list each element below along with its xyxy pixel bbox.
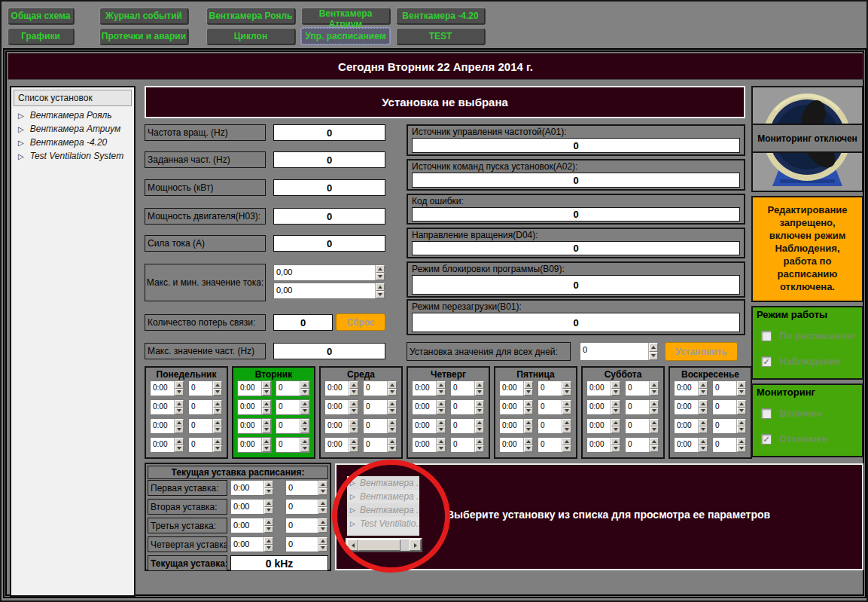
spin-down-button[interactable] <box>562 408 571 415</box>
spin-down-button[interactable] <box>300 426 309 434</box>
spin-up-button[interactable] <box>213 438 222 445</box>
schedule-value-spinbox[interactable]: 0 <box>625 399 659 415</box>
setpoint-time-spinbox[interactable]: 0:00 <box>230 480 274 496</box>
toolbar-button-row1-4[interactable]: Венткамера -4.20 <box>396 8 485 24</box>
schedule-value-spinbox[interactable]: 0 <box>450 399 485 415</box>
schedule-time-spinbox-value[interactable]: 0:00 <box>675 419 698 433</box>
schedule-time-spinbox-value[interactable]: 0:00 <box>238 438 261 452</box>
spin-up-button[interactable] <box>318 481 327 488</box>
schedule-value-spinbox[interactable]: 0 <box>188 399 223 415</box>
spin-down-button[interactable] <box>175 445 184 453</box>
spin-down-button[interactable] <box>737 389 746 396</box>
spin-down-button[interactable] <box>437 445 446 453</box>
schedule-value-spinbox-value[interactable]: 0 <box>364 381 387 396</box>
schedule-time-spinbox[interactable]: 0:00 <box>324 418 359 434</box>
mini-list-item[interactable]: ▷Венткамера ... <box>347 490 419 503</box>
spin-down-button[interactable] <box>699 426 708 434</box>
spin-up-button[interactable] <box>562 400 571 408</box>
spin-up-button[interactable] <box>300 438 309 445</box>
schedule-value-spinbox-value[interactable]: 0 <box>189 419 212 433</box>
setpoint-value-spinbox[interactable]: 0 <box>285 499 328 515</box>
option-row[interactable]: ✓Отключен <box>757 433 858 445</box>
spin-down-button[interactable] <box>175 426 184 434</box>
schedule-time-spinbox[interactable]: 0:00 <box>499 437 534 453</box>
schedule-time-spinbox[interactable]: 0:00 <box>412 399 446 415</box>
spin-down-button[interactable] <box>213 389 222 396</box>
schedule-value-spinbox[interactable]: 0 <box>188 418 223 434</box>
schedule-value-spinbox[interactable]: 0 <box>276 418 310 434</box>
spin-down-button[interactable] <box>264 507 273 515</box>
spin-up-button[interactable] <box>562 438 571 445</box>
spin-down-button[interactable] <box>388 445 397 453</box>
spin-down-button[interactable] <box>213 426 222 434</box>
spin-down-button[interactable] <box>562 389 571 396</box>
spin-up-button[interactable] <box>349 381 358 389</box>
spin-up-button[interactable] <box>737 438 746 445</box>
spin-up-button[interactable] <box>300 400 309 408</box>
schedule-time-spinbox-value[interactable]: 0:00 <box>587 381 611 396</box>
spin-up-button[interactable] <box>262 438 271 445</box>
spin-down-button[interactable] <box>300 445 309 453</box>
schedule-value-spinbox[interactable]: 0 <box>712 437 747 453</box>
schedule-value-spinbox[interactable]: 0 <box>625 437 659 453</box>
spin-down-button[interactable] <box>737 426 746 434</box>
max-current-spinbox[interactable]: 0,00 <box>273 264 385 281</box>
schedule-time-spinbox[interactable]: 0:00 <box>499 380 534 396</box>
expand-triangle-icon[interactable]: ▷ <box>350 520 355 527</box>
spin-up-button[interactable] <box>437 438 446 445</box>
toolbar-button-row2-1[interactable]: Протечки и аварии <box>99 28 188 44</box>
schedule-value-spinbox-value[interactable]: 0 <box>189 438 212 452</box>
spin-up-button[interactable] <box>524 400 533 408</box>
spin-down-button[interactable] <box>262 389 271 396</box>
spin-up-button[interactable] <box>349 438 358 445</box>
option-row[interactable]: Включен <box>757 408 858 419</box>
schedule-time-spinbox-value[interactable]: 0:00 <box>151 381 174 396</box>
spin-down-button[interactable] <box>611 426 620 434</box>
spin-up-button[interactable] <box>264 537 273 545</box>
spin-up-button[interactable] <box>699 381 708 389</box>
toolbar-button-row1-2[interactable]: Венткамера Рояль <box>206 8 295 24</box>
schedule-value-spinbox-value[interactable]: 0 <box>276 400 300 414</box>
schedule-time-spinbox-value[interactable]: 0:00 <box>325 400 349 414</box>
schedule-time-spinbox[interactable]: 0:00 <box>499 399 534 415</box>
schedule-value-spinbox-value[interactable]: 0 <box>538 381 562 396</box>
spin-up-button[interactable] <box>349 419 358 426</box>
scroll-track[interactable] <box>400 539 410 551</box>
schedule-value-spinbox-value[interactable]: 0 <box>451 438 474 452</box>
spin-up-button[interactable] <box>175 400 184 408</box>
setpoint-value-spinbox[interactable]: 0 <box>285 536 328 552</box>
spin-down-button[interactable] <box>213 408 222 415</box>
schedule-time-spinbox-value[interactable]: 0:00 <box>500 400 523 414</box>
schedule-value-spinbox[interactable]: 0 <box>712 380 747 396</box>
schedule-value-spinbox[interactable]: 0 <box>276 437 310 453</box>
setpoint-value-spinbox-value[interactable]: 0 <box>286 481 318 495</box>
checkbox-checked[interactable]: ✓ <box>761 434 772 445</box>
spin-up-button[interactable] <box>650 381 659 389</box>
spin-down-button[interactable] <box>349 408 358 415</box>
schedule-value-spinbox-value[interactable]: 0 <box>713 400 736 414</box>
spin-down-button[interactable] <box>649 352 658 361</box>
schedule-time-spinbox[interactable]: 0:00 <box>586 380 621 396</box>
toolbar-button-row2-4[interactable]: TEST <box>396 28 485 44</box>
toolbar-button-row1-1[interactable]: Журнал событий <box>99 8 188 24</box>
spin-down-button[interactable] <box>349 445 358 453</box>
spin-up-button[interactable] <box>264 481 273 488</box>
schedule-time-spinbox-value[interactable]: 0:00 <box>238 381 261 396</box>
schedule-time-spinbox-value[interactable]: 0:00 <box>413 438 436 452</box>
spin-down-button[interactable] <box>524 445 533 453</box>
min-current-spinbox[interactable]: 0,00 <box>273 283 385 299</box>
schedule-time-spinbox-value[interactable]: 0:00 <box>238 400 261 414</box>
spin-down-button[interactable] <box>388 389 397 396</box>
spin-down-button[interactable] <box>524 389 533 396</box>
setpoint-value-spinbox-value[interactable]: 0 <box>286 500 318 514</box>
spin-down-button[interactable] <box>650 426 659 434</box>
spin-up-button[interactable] <box>437 419 446 426</box>
setpoint-value-spinbox-value[interactable]: 0 <box>286 518 318 533</box>
spin-down-button[interactable] <box>475 426 484 434</box>
spin-down-button[interactable] <box>300 408 309 415</box>
all-days-spinbox-value[interactable]: 0 <box>580 343 648 360</box>
schedule-time-spinbox[interactable]: 0:00 <box>150 380 184 396</box>
spin-down-button[interactable] <box>437 389 446 396</box>
setpoint-time-spinbox[interactable]: 0:00 <box>230 499 274 515</box>
spin-up-button[interactable] <box>318 537 327 545</box>
